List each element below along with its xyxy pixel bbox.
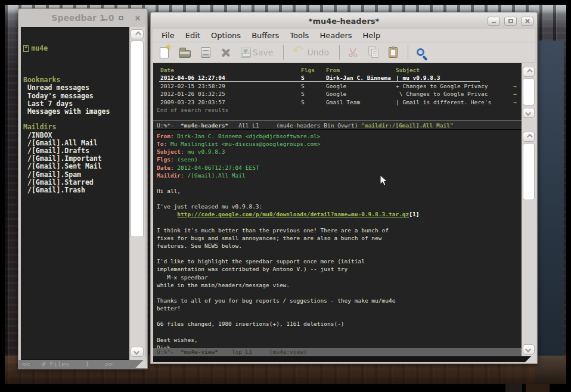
speedbar-scrollbar[interactable] [129, 27, 145, 360]
modeline-buffer-name[interactable]: *mu4e-headers* [181, 122, 228, 129]
expand-marker-icon[interactable]: * [23, 45, 29, 52]
mu4e-titlebar[interactable]: *mu4e-headers* [151, 13, 537, 29]
view-header-line: Date: 2012-04-06T12:27:04 EEST [157, 164, 522, 172]
headers-scroll-up-button[interactable] [523, 67, 535, 77]
menu-buffers[interactable]: Buffers [246, 30, 284, 41]
view-scrollbar-thumb[interactable] [523, 143, 535, 200]
speedbar-item[interactable]: Unread messages [23, 84, 129, 92]
header-cell-flags: S [301, 98, 305, 106]
maximize-icon [119, 16, 123, 20]
speedbar-item[interactable]: /[Gmail].Trash [23, 186, 129, 194]
toolbar-button-label: Undo [307, 48, 329, 57]
close-buffer-button[interactable] [219, 46, 232, 59]
cut-button[interactable] [347, 46, 359, 58]
maximize-button[interactable] [114, 14, 127, 23]
header-cell-flags: S [301, 90, 305, 98]
header-row[interactable]: 2012-04-06 12:27:04SDirk-Jan C. Binnema|… [157, 74, 522, 82]
headers-scroll-down-button[interactable] [523, 108, 535, 118]
close-button[interactable] [521, 17, 533, 26]
menu-file[interactable]: File [156, 30, 180, 41]
menu-tools[interactable]: Tools [284, 30, 314, 41]
column-header-subject[interactable]: Subject [396, 66, 420, 74]
menu-options[interactable]: Options [206, 30, 246, 41]
menu-edit[interactable]: Edit [180, 30, 206, 41]
header-cell-from: Google [326, 82, 346, 90]
modeline-headers: U:%*- *mu4e-headers* All L1 (mu4e-header… [153, 120, 522, 130]
message-body-line: better! [157, 304, 522, 312]
toolbar-separator [408, 45, 408, 60]
new-file-button[interactable] [159, 46, 170, 60]
close-icon [525, 18, 530, 24]
speedbar-item[interactable]: Today's messages [23, 92, 129, 100]
close-button[interactable] [131, 14, 144, 23]
menu-help[interactable]: Help [358, 30, 386, 41]
headers-rows: 2012-04-06 12:27:04SDirk-Jan C. Binnema|… [157, 74, 522, 106]
modeline-position: Top L1 [218, 349, 269, 355]
message-body-line: http://code.google.com/p/mu0/downloads/d… [157, 210, 522, 218]
chevron-down-icon [525, 347, 531, 353]
speedbar-titlebar[interactable]: Speedbar 1.0 [18, 9, 147, 27]
view-field-value: /[Gmail].All Mail [188, 172, 246, 179]
chevron-down-icon [525, 110, 531, 116]
modeline-buffer-name[interactable]: *mu4e-view* [181, 349, 218, 355]
header-row[interactable]: 2009-03-23 20:03:57SGmail Team| Gmail is… [157, 98, 522, 106]
column-header-flags[interactable]: Flgs [301, 66, 315, 74]
menu-bar: FileEditOptionsBuffersToolsHeadersHelp [153, 29, 535, 42]
mu4e-window-buttons [488, 13, 533, 29]
maximize-button[interactable] [504, 17, 517, 26]
copy-button[interactable] [367, 46, 380, 59]
message-body-line [157, 219, 522, 226]
view-scroll-up-button[interactable] [523, 132, 535, 142]
undo-button[interactable]: Undo [291, 45, 330, 60]
header-row[interactable]: 2012-01-26 01:32:25SGoogle \ Changes to … [157, 90, 522, 98]
minimize-icon [492, 22, 496, 23]
speedbar-item[interactable]: /[Gmail].Sent Mail [23, 163, 129, 170]
view-header-line: Flgs: (seen) [157, 155, 522, 163]
modeline-view: U:%*- *mu4e-view* Top L1 (mu4e:view) [153, 348, 522, 356]
menu-headers[interactable]: Headers [314, 30, 357, 41]
open-icon [179, 50, 191, 58]
minimize-button[interactable] [98, 14, 110, 23]
minimize-button[interactable] [488, 17, 500, 26]
message-body-line: implementation was contributed by Antono… [157, 265, 522, 273]
message-body: Hi all,I've just released mu v0.9.8.3: h… [157, 179, 522, 348]
message-link[interactable]: http://code.google.com/p/mu0/downloads/d… [177, 211, 409, 217]
truncation-arrow-icon: → [513, 90, 517, 98]
view-field-value: (seen) [177, 156, 197, 163]
save-buffer-button[interactable]: Save [240, 46, 274, 59]
message-body-line: M-x speedbar [157, 273, 522, 281]
speedbar-status-bar: << # Files 1 >> [18, 360, 147, 369]
scroll-up-button[interactable] [131, 29, 144, 39]
modeline-prefix: U:%*- [157, 122, 181, 129]
speedbar-window: Speedbar 1.0 *mu4e BookmarksUnread messa… [18, 8, 148, 369]
open-file-button[interactable] [178, 46, 192, 59]
scrollbar-thumb[interactable] [131, 41, 144, 237]
minimize-icon [102, 19, 106, 20]
header-cell-date: 2009-03-23 20:03:57 [160, 98, 225, 106]
dired-button[interactable] [200, 46, 212, 59]
message-view-pane: From: Dirk-Jan C. Binnema <djcb@djcbsoft… [153, 130, 522, 348]
speedbar-sections: BookmarksUnread messagesToday's messages… [23, 69, 129, 194]
mu4e-window: *mu4e-headers* FileEditOptionsBuffersToo… [150, 12, 538, 364]
speedbar-item[interactable]: /[Gmail].Spam [23, 171, 129, 179]
echo-area[interactable] [153, 356, 536, 362]
headers-column-row: Date Flgs From Subject [157, 66, 522, 74]
headers-scrollbar-thumb[interactable] [523, 78, 535, 105]
header-cell-from: Dirk-Jan C. Binnema [326, 74, 391, 82]
message-body-line: 66 files changed, 1980 insertions(+), 11… [157, 320, 522, 328]
column-header-from[interactable]: From [326, 66, 340, 74]
view-header-line: From: Dirk-Jan C. Binnema <djcb@djcbsoft… [157, 132, 522, 140]
search-button[interactable] [415, 48, 426, 57]
speedbar-root-line[interactable]: *mu4e [23, 45, 129, 52]
header-row[interactable]: 2012-02-15 23:58:29SGoogle+ Changes to G… [157, 82, 522, 90]
speedbar-item[interactable]: Messages with images [23, 108, 129, 116]
view-scroll-down-button[interactable] [523, 344, 535, 354]
column-header-date[interactable]: Date [160, 66, 174, 74]
scroll-down-button[interactable] [131, 347, 144, 357]
speedbar-item[interactable]: /INBOX [23, 132, 129, 139]
view-field-colon: : [170, 156, 177, 163]
speedbar-content: *mu4e BookmarksUnread messagesToday's me… [21, 27, 129, 360]
modeline-search-query: "maildir:/[Gmail].All Mail" [361, 122, 453, 129]
speedbar-root-label: mu4e [31, 44, 48, 52]
paste-button[interactable] [387, 46, 399, 59]
